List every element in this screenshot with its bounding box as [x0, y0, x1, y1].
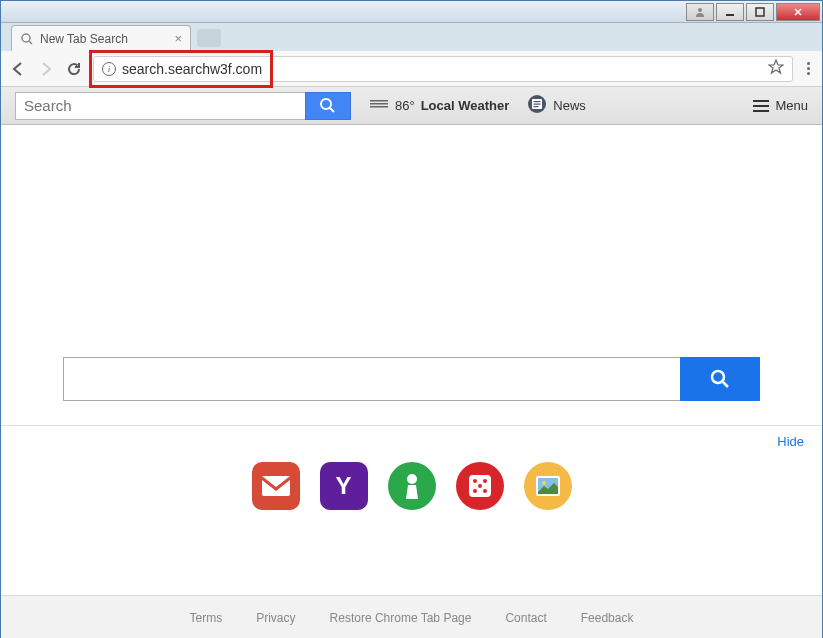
footer-link-feedback[interactable]: Feedback [581, 611, 634, 625]
main-search-input[interactable] [63, 357, 680, 401]
footer-link-privacy[interactable]: Privacy [256, 611, 295, 625]
news-icon [527, 94, 547, 117]
svg-point-24 [483, 489, 487, 493]
hamburger-icon [753, 100, 769, 112]
browser-tab[interactable]: New Tab Search × [11, 25, 191, 51]
toolbar-search-input[interactable] [15, 92, 305, 120]
svg-point-22 [478, 484, 482, 488]
svg-rect-14 [534, 106, 539, 107]
tab-strip: New Tab Search × [1, 23, 822, 51]
navigation-bar: i [1, 51, 822, 87]
maximize-button[interactable] [746, 3, 774, 21]
svg-point-23 [473, 489, 477, 493]
tab-close-icon[interactable]: × [174, 31, 182, 46]
svg-line-4 [29, 41, 32, 44]
news-link[interactable]: News [527, 94, 586, 117]
news-label: News [553, 98, 586, 113]
svg-point-20 [473, 479, 477, 483]
minimize-button[interactable] [716, 3, 744, 21]
new-tab-button[interactable] [197, 29, 221, 47]
page-content: Hide Y [1, 125, 822, 595]
tile-games[interactable] [388, 462, 436, 510]
page-toolbar: 86° Local Weather News Menu [1, 87, 822, 125]
weather-temp: 86° [395, 98, 415, 113]
svg-rect-2 [756, 8, 764, 16]
reload-button[interactable] [65, 60, 83, 78]
svg-line-16 [723, 382, 728, 387]
main-search-button[interactable] [680, 357, 760, 401]
hide-link[interactable]: Hide [777, 434, 804, 449]
quick-links: Y [1, 462, 822, 510]
url-input[interactable] [122, 61, 762, 77]
main-search [63, 357, 760, 401]
footer-link-terms[interactable]: Terms [190, 611, 223, 625]
weather-icon [369, 96, 389, 115]
svg-line-6 [330, 108, 334, 112]
svg-rect-12 [534, 101, 541, 102]
bookmark-star-icon[interactable] [768, 59, 784, 79]
footer-link-restore[interactable]: Restore Chrome Tab Page [330, 611, 472, 625]
menu-label: Menu [775, 98, 808, 113]
svg-rect-7 [370, 100, 388, 102]
window-close-button[interactable] [776, 3, 820, 21]
user-button[interactable] [686, 3, 714, 21]
quick-links-section: Hide Y [1, 425, 822, 510]
pawn-icon [400, 471, 424, 501]
dice-icon [465, 471, 495, 501]
tile-dice[interactable] [456, 462, 504, 510]
envelope-icon [262, 476, 290, 496]
svg-rect-8 [370, 103, 388, 105]
window-titlebar [1, 1, 822, 23]
browser-window: New Tab Search × i 86° Local Weather [0, 0, 823, 638]
tile-photo[interactable] [524, 462, 572, 510]
photo-icon [534, 474, 562, 498]
back-button[interactable] [9, 60, 27, 78]
svg-point-15 [712, 371, 724, 383]
svg-rect-9 [370, 106, 388, 108]
menu-button[interactable]: Menu [753, 98, 808, 113]
svg-rect-13 [534, 104, 541, 105]
toolbar-search-button[interactable] [305, 92, 351, 120]
search-icon [20, 32, 34, 46]
tile-gmail[interactable] [252, 462, 300, 510]
svg-point-0 [698, 8, 702, 12]
svg-rect-1 [726, 14, 734, 16]
chrome-menu-button[interactable] [803, 58, 814, 79]
site-info-icon[interactable]: i [102, 62, 116, 76]
footer: Terms Privacy Restore Chrome Tab Page Co… [1, 595, 822, 638]
yahoo-icon: Y [335, 472, 351, 500]
forward-button [37, 60, 55, 78]
svg-point-18 [407, 474, 417, 484]
toolbar-search [15, 92, 351, 120]
footer-link-contact[interactable]: Contact [505, 611, 546, 625]
tab-title: New Tab Search [40, 32, 128, 46]
address-bar[interactable]: i [93, 56, 793, 82]
svg-point-3 [22, 34, 30, 42]
weather-label: Local Weather [421, 98, 510, 113]
svg-point-27 [542, 481, 546, 485]
weather-widget[interactable]: 86° Local Weather [369, 96, 509, 115]
svg-point-21 [483, 479, 487, 483]
svg-point-5 [321, 99, 331, 109]
tile-yahoo[interactable]: Y [320, 462, 368, 510]
svg-rect-17 [262, 476, 290, 496]
